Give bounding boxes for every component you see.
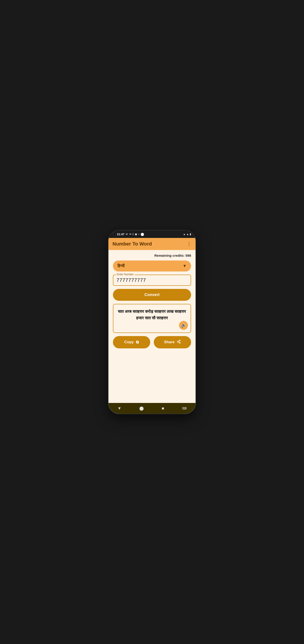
input-wrapper: Enter Number <box>113 274 191 286</box>
result-box: सात अरब सतहत्तर करोड़ सतहत्तर लाख सतहत्त… <box>113 304 191 333</box>
action-row: Copy ⧉ Share <box>113 336 191 348</box>
status-time: 21:47 <box>117 232 124 236</box>
share-label: Share <box>164 340 174 344</box>
menu-button[interactable]: ⋮ <box>187 242 191 246</box>
svg-line-4 <box>178 340 179 341</box>
battery-icon: ▮ <box>190 233 191 236</box>
result-text: सात अरब सतहत्तर करोड़ सतहत्तर लाख सतहत्त… <box>117 308 187 321</box>
app-title: Number To Word <box>113 241 152 247</box>
dot-icon: • <box>138 233 139 236</box>
info-icon: ℹ <box>133 233 134 236</box>
recent-button[interactable]: ■ <box>157 404 169 412</box>
copy-button[interactable]: Copy ⧉ <box>113 336 150 348</box>
wifi-icon: ▲ <box>183 233 185 236</box>
status-bar: 21:47 ⚙ ✉ ℹ ▣ • ⬤ ▲ ▲ ▮ <box>109 230 195 238</box>
svg-line-3 <box>178 342 179 342</box>
app-topbar: Number To Word ⋮ <box>109 238 195 250</box>
back-button[interactable]: ▼ <box>113 404 126 412</box>
keyboard-button[interactable]: ⌨ <box>178 405 191 412</box>
camera-dot <box>113 233 116 236</box>
convert-button[interactable]: Convert <box>113 289 191 301</box>
home-button[interactable]: ⬤ <box>135 404 148 412</box>
credits-label: Remaining credits: 598 <box>154 254 191 258</box>
speaker-icon: 🔊 <box>181 323 186 328</box>
copy-icon: ⧉ <box>136 340 139 344</box>
signal-icon: ▲ <box>186 233 189 236</box>
status-icons: ▲ ▲ ▮ <box>183 233 191 236</box>
share-icon <box>177 340 181 345</box>
chevron-down-icon: ▼ <box>183 264 187 268</box>
card-icon: ▣ <box>135 233 137 236</box>
status-left: 21:47 ⚙ ✉ ℹ ▣ • ⬤ <box>113 232 144 236</box>
app-screen: Number To Word ⋮ Remaining credits: 598 … <box>109 238 195 414</box>
speaker-button[interactable]: 🔊 <box>179 321 188 330</box>
credits-row: Remaining credits: 598 <box>113 254 191 258</box>
settings-icon: ⚙ <box>126 233 128 236</box>
phone-shell: 21:47 ⚙ ✉ ℹ ▣ • ⬤ ▲ ▲ ▮ Number To Word ⋮… <box>109 230 195 414</box>
language-dropdown[interactable]: हिन्दी ▼ <box>113 260 191 272</box>
copy-label: Copy <box>124 340 134 344</box>
input-label: Enter Number <box>116 273 135 276</box>
circle-icon: ⬤ <box>141 232 144 236</box>
share-button[interactable]: Share <box>154 336 191 348</box>
number-input[interactable] <box>117 277 187 283</box>
content-area: Remaining credits: 598 हिन्दी ▼ Enter Nu… <box>109 250 195 403</box>
mail-icon: ✉ <box>129 233 131 236</box>
bottom-nav: ▼ ⬤ ■ ⌨ <box>109 403 195 414</box>
language-label: हिन्दी <box>117 264 125 268</box>
